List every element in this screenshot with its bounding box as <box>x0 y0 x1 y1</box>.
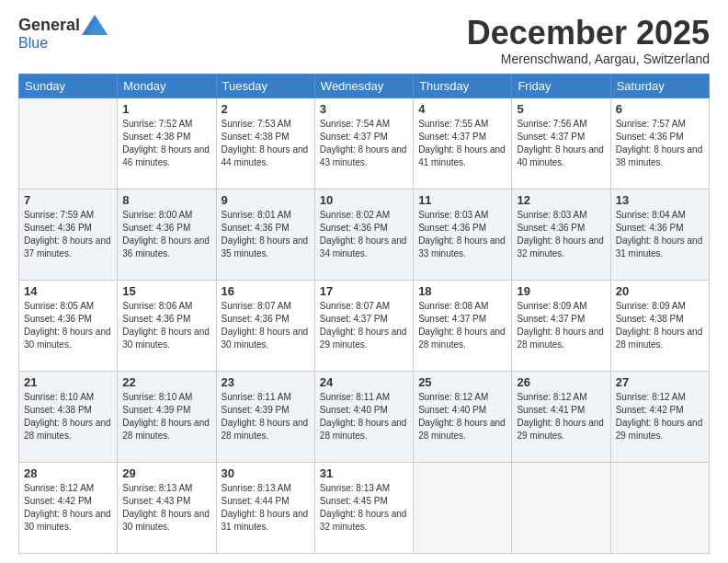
col-saturday: Saturday <box>610 74 709 98</box>
day-info: Sunrise: 8:12 AMSunset: 4:42 PMDaylight:… <box>24 482 112 534</box>
day-info: Sunrise: 7:52 AMSunset: 4:38 PMDaylight:… <box>122 118 210 169</box>
col-friday: Friday <box>512 74 610 98</box>
table-row: 1Sunrise: 7:52 AMSunset: 4:38 PMDaylight… <box>118 98 216 189</box>
day-number: 17 <box>320 284 408 298</box>
col-tuesday: Tuesday <box>216 74 314 98</box>
day-info: Sunrise: 8:07 AMSunset: 4:36 PMDaylight:… <box>222 300 310 351</box>
table-row: 24Sunrise: 8:11 AMSunset: 4:40 PMDayligh… <box>314 371 413 462</box>
day-number: 28 <box>24 466 112 480</box>
day-number: 10 <box>320 193 408 207</box>
day-number: 29 <box>122 466 210 480</box>
day-info: Sunrise: 8:03 AMSunset: 4:36 PMDaylight:… <box>517 209 605 260</box>
calendar-table: Sunday Monday Tuesday Wednesday Thursday… <box>18 74 710 554</box>
day-number: 5 <box>517 102 605 116</box>
day-number: 2 <box>222 102 310 116</box>
table-row: 20Sunrise: 8:09 AMSunset: 4:38 PMDayligh… <box>610 280 709 371</box>
day-info: Sunrise: 8:09 AMSunset: 4:38 PMDaylight:… <box>616 300 704 351</box>
day-number: 4 <box>418 102 506 116</box>
day-number: 18 <box>418 284 506 298</box>
day-number: 1 <box>122 102 210 116</box>
calendar-week-row: 28Sunrise: 8:12 AMSunset: 4:42 PMDayligh… <box>19 462 710 553</box>
calendar-week-row: 21Sunrise: 8:10 AMSunset: 4:38 PMDayligh… <box>19 371 710 462</box>
table-row: 5Sunrise: 7:56 AMSunset: 4:37 PMDaylight… <box>512 98 610 189</box>
day-number: 24 <box>320 375 408 389</box>
day-info: Sunrise: 8:03 AMSunset: 4:36 PMDaylight:… <box>418 209 506 260</box>
table-row <box>414 462 512 553</box>
day-info: Sunrise: 7:54 AMSunset: 4:37 PMDaylight:… <box>320 118 408 169</box>
day-number: 14 <box>24 284 112 298</box>
day-info: Sunrise: 7:55 AMSunset: 4:37 PMDaylight:… <box>418 118 506 169</box>
calendar-week-row: 14Sunrise: 8:05 AMSunset: 4:36 PMDayligh… <box>19 280 710 371</box>
table-row <box>512 462 610 553</box>
day-info: Sunrise: 8:10 AMSunset: 4:38 PMDaylight:… <box>24 391 112 442</box>
table-row: 25Sunrise: 8:12 AMSunset: 4:40 PMDayligh… <box>414 371 512 462</box>
table-row: 30Sunrise: 8:13 AMSunset: 4:44 PMDayligh… <box>216 462 314 553</box>
table-row: 16Sunrise: 8:07 AMSunset: 4:36 PMDayligh… <box>216 280 314 371</box>
day-number: 26 <box>517 375 605 389</box>
table-row <box>19 98 118 189</box>
day-number: 7 <box>24 193 112 207</box>
day-number: 19 <box>517 284 605 298</box>
table-row: 13Sunrise: 8:04 AMSunset: 4:36 PMDayligh… <box>610 189 709 280</box>
table-row: 22Sunrise: 8:10 AMSunset: 4:39 PMDayligh… <box>118 371 216 462</box>
day-number: 15 <box>122 284 210 298</box>
table-row: 21Sunrise: 8:10 AMSunset: 4:38 PMDayligh… <box>19 371 118 462</box>
table-row: 4Sunrise: 7:55 AMSunset: 4:37 PMDaylight… <box>414 98 512 189</box>
table-row: 28Sunrise: 8:12 AMSunset: 4:42 PMDayligh… <box>19 462 118 553</box>
day-number: 12 <box>517 193 605 207</box>
day-info: Sunrise: 8:11 AMSunset: 4:39 PMDaylight:… <box>222 391 310 442</box>
table-row: 9Sunrise: 8:01 AMSunset: 4:36 PMDaylight… <box>216 189 314 280</box>
logo-general-text: General <box>18 16 80 35</box>
table-row: 23Sunrise: 8:11 AMSunset: 4:39 PMDayligh… <box>216 371 314 462</box>
day-number: 3 <box>320 102 408 116</box>
day-number: 9 <box>222 193 310 207</box>
day-number: 22 <box>122 375 210 389</box>
title-block: December 2025 Merenschwand, Aargau, Swit… <box>467 15 710 66</box>
day-number: 30 <box>222 466 310 480</box>
calendar-week-row: 7Sunrise: 7:59 AMSunset: 4:36 PMDaylight… <box>19 189 710 280</box>
day-info: Sunrise: 8:09 AMSunset: 4:37 PMDaylight:… <box>517 300 605 351</box>
table-row: 3Sunrise: 7:54 AMSunset: 4:37 PMDaylight… <box>314 98 413 189</box>
col-monday: Monday <box>118 74 216 98</box>
location: Merenschwand, Aargau, Switzerland <box>467 52 710 66</box>
table-row: 17Sunrise: 8:07 AMSunset: 4:37 PMDayligh… <box>314 280 413 371</box>
day-number: 31 <box>320 466 408 480</box>
day-info: Sunrise: 8:10 AMSunset: 4:39 PMDaylight:… <box>122 391 210 442</box>
day-info: Sunrise: 8:04 AMSunset: 4:36 PMDaylight:… <box>616 209 704 260</box>
day-number: 23 <box>222 375 310 389</box>
table-row: 18Sunrise: 8:08 AMSunset: 4:37 PMDayligh… <box>414 280 512 371</box>
day-number: 16 <box>222 284 310 298</box>
day-number: 6 <box>616 102 704 116</box>
day-info: Sunrise: 7:57 AMSunset: 4:36 PMDaylight:… <box>616 118 704 169</box>
day-number: 20 <box>616 284 704 298</box>
day-info: Sunrise: 8:11 AMSunset: 4:40 PMDaylight:… <box>320 391 408 442</box>
day-number: 25 <box>418 375 506 389</box>
day-info: Sunrise: 8:13 AMSunset: 4:45 PMDaylight:… <box>320 482 408 534</box>
table-row: 26Sunrise: 8:12 AMSunset: 4:41 PMDayligh… <box>512 371 610 462</box>
table-row: 19Sunrise: 8:09 AMSunset: 4:37 PMDayligh… <box>512 280 610 371</box>
col-sunday: Sunday <box>19 74 118 98</box>
day-info: Sunrise: 8:06 AMSunset: 4:36 PMDaylight:… <box>122 300 210 351</box>
header: General Blue December 2025 Merenschwand,… <box>18 15 710 66</box>
table-row: 10Sunrise: 8:02 AMSunset: 4:36 PMDayligh… <box>314 189 413 280</box>
day-info: Sunrise: 8:01 AMSunset: 4:36 PMDaylight:… <box>222 209 310 260</box>
day-info: Sunrise: 8:13 AMSunset: 4:44 PMDaylight:… <box>222 482 310 534</box>
day-info: Sunrise: 7:56 AMSunset: 4:37 PMDaylight:… <box>517 118 605 169</box>
table-row: 29Sunrise: 8:13 AMSunset: 4:43 PMDayligh… <box>118 462 216 553</box>
table-row: 2Sunrise: 7:53 AMSunset: 4:38 PMDaylight… <box>216 98 314 189</box>
col-wednesday: Wednesday <box>314 74 413 98</box>
logo-blue-text: Blue <box>18 35 48 51</box>
table-row: 11Sunrise: 8:03 AMSunset: 4:36 PMDayligh… <box>414 189 512 280</box>
table-row: 31Sunrise: 8:13 AMSunset: 4:45 PMDayligh… <box>314 462 413 553</box>
calendar-week-row: 1Sunrise: 7:52 AMSunset: 4:38 PMDaylight… <box>19 98 710 189</box>
table-row: 12Sunrise: 8:03 AMSunset: 4:36 PMDayligh… <box>512 189 610 280</box>
table-row: 7Sunrise: 7:59 AMSunset: 4:36 PMDaylight… <box>19 189 118 280</box>
day-number: 8 <box>122 193 210 207</box>
day-number: 13 <box>616 193 704 207</box>
table-row <box>610 462 709 553</box>
logo: General Blue <box>18 15 108 52</box>
day-info: Sunrise: 7:53 AMSunset: 4:38 PMDaylight:… <box>222 118 310 169</box>
table-row: 6Sunrise: 7:57 AMSunset: 4:36 PMDaylight… <box>610 98 709 189</box>
calendar-header-row: Sunday Monday Tuesday Wednesday Thursday… <box>19 74 710 98</box>
logo-icon <box>82 15 108 35</box>
